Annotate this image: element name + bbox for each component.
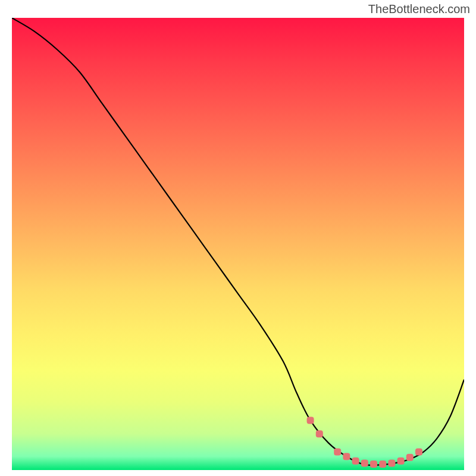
data-marker bbox=[379, 461, 386, 468]
data-marker bbox=[415, 449, 422, 456]
watermark-text: TheBottleneck.com bbox=[368, 2, 470, 16]
data-marker bbox=[307, 416, 314, 424]
data-marker bbox=[370, 461, 377, 468]
curve-svg bbox=[12, 18, 464, 470]
data-marker bbox=[388, 460, 395, 467]
data-marker bbox=[397, 458, 405, 465]
data-marker bbox=[361, 460, 368, 467]
data-marker bbox=[316, 430, 323, 437]
plot-area bbox=[12, 18, 464, 470]
data-marker bbox=[352, 458, 359, 465]
data-marker bbox=[334, 449, 341, 456]
chart-container: TheBottleneck.com bbox=[0, 0, 476, 476]
data-marker bbox=[343, 453, 350, 460]
data-marker bbox=[406, 454, 414, 461]
bottleneck-curve bbox=[12, 18, 464, 465]
